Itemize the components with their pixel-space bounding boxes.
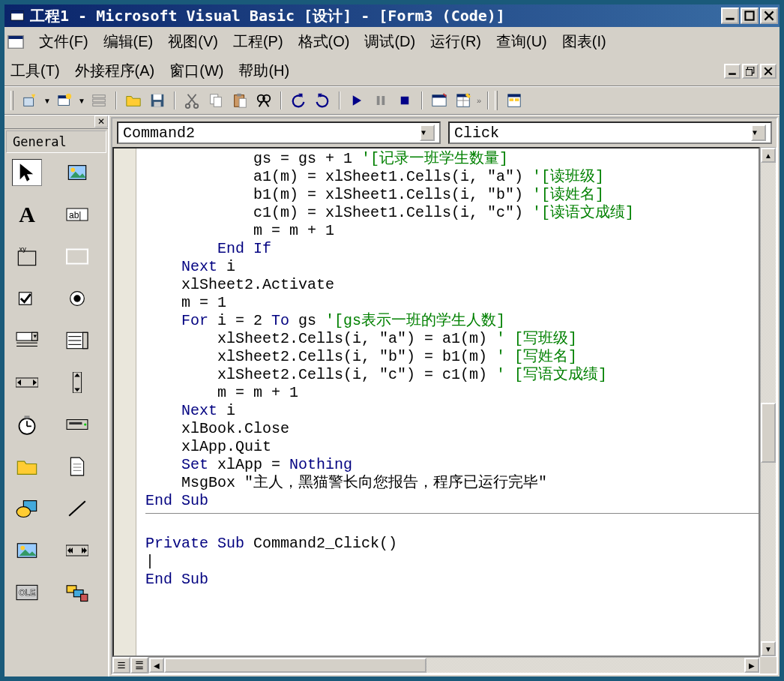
- commondialog-tool[interactable]: [62, 579, 92, 606]
- label-tool[interactable]: A: [12, 201, 42, 228]
- dropdown-arrow-icon[interactable]: ▼: [78, 97, 85, 105]
- project-explorer-button[interactable]: [429, 90, 450, 111]
- object-combobox[interactable]: Command2 ▼: [117, 122, 441, 144]
- procedure-combo-value: Click: [454, 124, 751, 142]
- mdi-close-button[interactable]: [760, 64, 777, 79]
- svg-rect-9: [24, 98, 34, 106]
- image-tool[interactable]: [12, 537, 42, 564]
- svg-point-81: [84, 423, 86, 425]
- drivelistbox-tool[interactable]: [62, 411, 92, 438]
- data-view-button[interactable]: [504, 90, 525, 111]
- toolbar-grip[interactable]: [495, 91, 498, 110]
- filelistbox-tool[interactable]: [62, 453, 92, 480]
- procedure-combobox[interactable]: Click ▼: [448, 122, 772, 144]
- menu-addins[interactable]: 外接程序(A): [72, 59, 158, 82]
- vertical-scrollbar[interactable]: ▲ ▼: [760, 147, 777, 657]
- svg-rect-76: [25, 416, 30, 418]
- save-button[interactable]: [147, 90, 168, 111]
- svg-line-87: [69, 501, 85, 515]
- code-editor[interactable]: gs = gs + 1 '[记录一班学生数量] a1(m) = xlSheet1…: [112, 147, 760, 657]
- menu-editor-button[interactable]: [88, 90, 109, 111]
- redo-button[interactable]: [312, 90, 333, 111]
- mdi-restore-button[interactable]: [742, 64, 759, 79]
- scroll-left-button[interactable]: ◀: [149, 658, 164, 673]
- menu-run[interactable]: 运行(R): [427, 30, 484, 53]
- minimize-button[interactable]: [721, 8, 739, 24]
- hscrollbar-tool[interactable]: [12, 369, 42, 396]
- open-button[interactable]: [123, 90, 144, 111]
- cut-button[interactable]: [181, 90, 202, 111]
- menu-file[interactable]: 文件(F): [36, 30, 91, 53]
- toolbox-panel: ✕ General A ab| xy: [4, 116, 109, 676]
- menu-view[interactable]: 视图(V): [165, 30, 221, 53]
- data-tool[interactable]: [62, 537, 92, 564]
- svg-point-20: [186, 104, 190, 109]
- listbox-tool[interactable]: [62, 327, 92, 354]
- line-tool[interactable]: [62, 495, 92, 522]
- scroll-thumb[interactable]: [164, 658, 426, 673]
- add-project-button[interactable]: [19, 90, 40, 111]
- horizontal-scrollbar[interactable]: ◀ ▶: [148, 657, 760, 674]
- textbox-tool[interactable]: ab|: [62, 201, 92, 228]
- commandbutton-tool[interactable]: [62, 243, 92, 270]
- properties-button[interactable]: [453, 90, 474, 111]
- ole-tool[interactable]: OLE: [12, 579, 42, 606]
- timer-tool[interactable]: [12, 411, 42, 438]
- svg-marker-46: [20, 164, 33, 181]
- svg-rect-26: [239, 98, 246, 107]
- menu-tools[interactable]: 工具(T): [7, 59, 63, 82]
- scroll-thumb[interactable]: [761, 403, 776, 463]
- vscrollbar-tool[interactable]: [62, 369, 92, 396]
- menu-debug[interactable]: 调试(D): [361, 30, 418, 53]
- d[[interactable]: ▼: [751, 124, 766, 141]
- combobox-tool[interactable]: [12, 327, 42, 354]
- svg-rect-19: [154, 102, 160, 106]
- toolbox-tab-general[interactable]: General: [6, 130, 106, 153]
- toolbox-close-button[interactable]: ✕: [94, 116, 108, 128]
- scroll-down-button[interactable]: ▼: [761, 641, 776, 656]
- optionbutton-tool[interactable]: [62, 285, 92, 312]
- menu-query[interactable]: 查询(U): [493, 30, 550, 53]
- pointer-tool[interactable]: [12, 159, 42, 186]
- svg-rect-14: [93, 95, 106, 98]
- code-margin: [114, 148, 136, 656]
- dirlistbox-tool[interactable]: [12, 453, 42, 480]
- shape-tool[interactable]: [12, 495, 42, 522]
- menu-project[interactable]: 工程(P): [230, 30, 286, 53]
- svg-rect-45: [515, 98, 519, 101]
- start-button[interactable]: [346, 90, 367, 111]
- svg-rect-44: [510, 98, 514, 101]
- maximize-button[interactable]: [741, 8, 759, 24]
- dropdown-arrow-icon[interactable]: ▼: [43, 97, 51, 105]
- close-button[interactable]: [760, 8, 778, 24]
- window-title: 工程1 - Microsoft Visual Basic [设计] - [For…: [30, 6, 721, 26]
- svg-point-13: [66, 94, 71, 99]
- scroll-up-button[interactable]: ▲: [761, 148, 776, 163]
- picturebox-tool[interactable]: [62, 159, 92, 186]
- undo-button[interactable]: [288, 90, 309, 111]
- paste-button[interactable]: [229, 90, 250, 111]
- menu-diagram[interactable]: 图表(I): [559, 30, 609, 53]
- menu-format[interactable]: 格式(O): [295, 30, 353, 53]
- frame-tool[interactable]: xy: [12, 243, 42, 270]
- checkbox-tool[interactable]: [12, 285, 42, 312]
- full-module-view-button[interactable]: [130, 657, 148, 674]
- find-button[interactable]: [253, 90, 274, 111]
- copy-button[interactable]: [205, 90, 226, 111]
- menu-edit[interactable]: 编辑(E): [100, 30, 157, 53]
- mdi-minimize-button[interactable]: [724, 64, 741, 79]
- dropdown-arrow-icon[interactable]: ▼: [420, 124, 435, 141]
- break-button[interactable]: [370, 90, 391, 111]
- add-form-button[interactable]: [54, 90, 75, 111]
- svg-rect-1: [11, 11, 24, 14]
- menu-help[interactable]: 帮助(H): [235, 59, 292, 82]
- overflow-icon[interactable]: »: [477, 96, 481, 105]
- procedure-view-button[interactable]: [112, 657, 130, 674]
- svg-rect-18: [154, 94, 162, 100]
- menu-window[interactable]: 窗口(W): [166, 59, 226, 82]
- end-button[interactable]: [394, 90, 415, 111]
- scroll-corner: [760, 657, 777, 674]
- scroll-right-button[interactable]: ▶: [744, 658, 759, 673]
- toolbar-grip[interactable]: [10, 91, 13, 110]
- svg-rect-34: [401, 97, 409, 105]
